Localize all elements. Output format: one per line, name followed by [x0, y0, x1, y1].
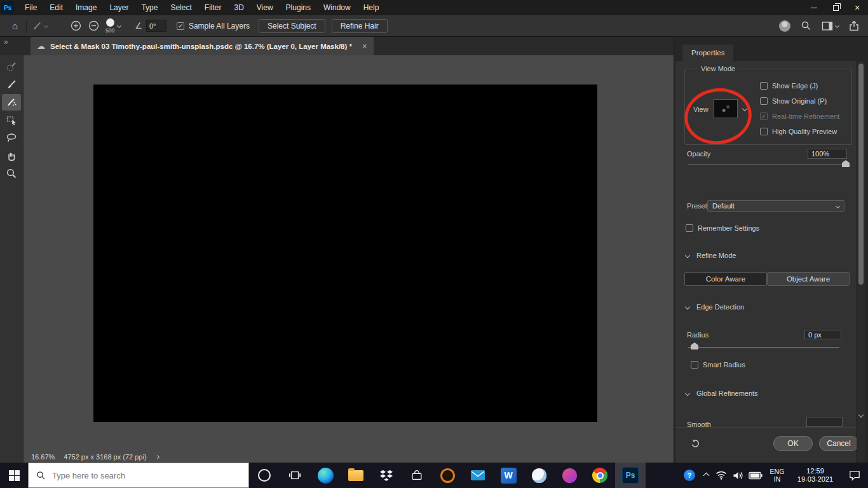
show-original-checkbox-row[interactable]: Show Original (P) [760, 96, 827, 106]
minimize-button[interactable] [803, 0, 825, 15]
restore-button[interactable] [825, 0, 846, 15]
menu-item-select[interactable]: Select [164, 0, 198, 15]
radius-input[interactable]: 0 px [804, 330, 841, 339]
menu-item-image[interactable]: Image [69, 0, 103, 15]
smart-radius-checkbox[interactable] [691, 361, 698, 369]
smart-radius-checkbox-row[interactable]: Smart Radius [691, 360, 745, 370]
tab-close-icon[interactable]: × [362, 41, 367, 51]
preset-dropdown[interactable]: Default [707, 200, 844, 212]
menu-item-window[interactable]: Window [317, 0, 357, 15]
search-icon[interactable] [801, 20, 811, 31]
opacity-input[interactable]: 100% [808, 149, 847, 159]
angle-input[interactable]: 0° [146, 20, 166, 32]
taskbar-edge[interactable] [310, 463, 341, 488]
cancel-button[interactable]: Cancel [819, 436, 858, 451]
home-icon[interactable]: ⌂ [12, 21, 18, 31]
select-subject-button[interactable]: Select Subject [259, 19, 325, 33]
zoom-level[interactable]: 16.67% [31, 453, 55, 461]
taskbar-search[interactable] [28, 463, 249, 488]
high-quality-preview-checkbox-row[interactable]: High Quality Preview [760, 126, 837, 137]
start-button[interactable] [0, 463, 28, 488]
angle-icon: ∠ [135, 21, 142, 30]
menu-item-plugins[interactable]: Plugins [280, 0, 317, 15]
global-refinements-collapse-icon[interactable] [685, 391, 690, 396]
status-expand-icon[interactable] [155, 454, 159, 459]
lasso-tool-button[interactable] [2, 130, 21, 146]
taskbar-task-view[interactable] [280, 463, 310, 488]
tab-overflow-icon[interactable]: » [4, 37, 8, 46]
high-quality-preview-checkbox[interactable] [760, 128, 768, 135]
tray-network[interactable] [713, 471, 729, 480]
tray-show-hidden-icons[interactable] [699, 473, 713, 478]
document-image[interactable] [93, 85, 597, 422]
refine-mode-collapse-icon[interactable] [685, 253, 690, 258]
show-original-checkbox[interactable] [760, 97, 768, 105]
opacity-slider[interactable] [688, 165, 848, 165]
tray-battery[interactable] [746, 471, 765, 480]
menu-item-edit[interactable]: Edit [43, 0, 69, 15]
edge-detection-collapse-icon[interactable] [685, 304, 690, 309]
menu-item-3d[interactable]: 3D [227, 0, 250, 15]
sample-all-layers-checkbox-row[interactable]: ✓ Sample All Layers [177, 22, 250, 30]
remember-settings-checkbox-row[interactable]: Remember Settings [686, 223, 759, 233]
taskbar-search-input[interactable] [52, 471, 236, 480]
smooth-label: Smooth [687, 421, 711, 427]
taskbar-chrome[interactable] [585, 463, 615, 488]
taskbar-light-app[interactable] [524, 463, 554, 488]
close-button[interactable]: × [846, 0, 868, 15]
share-icon[interactable] [849, 20, 859, 31]
dropbox-icon [379, 469, 393, 482]
workspace-switcher[interactable] [822, 21, 839, 31]
ok-button[interactable]: OK [773, 436, 813, 451]
taskbar-orange-app[interactable] [432, 463, 463, 488]
taskbar-store[interactable] [402, 463, 432, 488]
taskbar-cortana[interactable] [249, 463, 280, 488]
opacity-slider-handle[interactable] [842, 160, 850, 167]
taskbar-word[interactable]: W [493, 463, 524, 488]
account-avatar[interactable] [779, 20, 790, 32]
taskbar-file-explorer[interactable] [341, 463, 371, 488]
menu-item-type[interactable]: Type [135, 0, 164, 15]
panel-scrollbar-thumb[interactable] [858, 64, 864, 285]
taskbar-media-app[interactable] [554, 463, 585, 488]
color-aware-button[interactable]: Color Aware [684, 272, 767, 286]
quick-selection-tool-button[interactable] [2, 58, 21, 75]
zoom-tool-button[interactable] [2, 165, 21, 182]
subtract-selection-button[interactable] [88, 20, 99, 31]
tray-volume[interactable] [729, 471, 746, 480]
menu-item-filter[interactable]: Filter [198, 0, 228, 15]
sample-all-layers-checkbox[interactable]: ✓ [177, 22, 184, 30]
menu-item-view[interactable]: View [250, 0, 280, 15]
refine-edge-brush-tool-button[interactable] [2, 94, 21, 111]
radius-slider[interactable] [688, 347, 839, 348]
action-center-button[interactable] [841, 470, 868, 481]
tool-preset-picker[interactable] [32, 21, 48, 31]
taskbar-photoshop[interactable]: Ps [615, 463, 646, 488]
reset-button[interactable] [689, 438, 701, 449]
object-aware-button[interactable]: Object Aware [767, 272, 850, 286]
document-tab[interactable]: ☁ Select & Mask 03 Timothy-paul-smith-un… [31, 37, 374, 55]
hand-tool-button[interactable] [2, 147, 21, 164]
canvas-area[interactable] [24, 55, 674, 451]
clock[interactable]: 12:59 19-03-2021 [789, 467, 841, 484]
add-selection-button[interactable] [71, 20, 81, 31]
remember-settings-checkbox[interactable] [686, 224, 693, 232]
menu-item-help[interactable]: Help [357, 0, 386, 15]
menu-item-file[interactable]: File [18, 0, 43, 15]
taskbar-mail[interactable] [463, 463, 493, 488]
radius-slider-handle[interactable] [691, 342, 698, 349]
object-selection-tool-button[interactable] [2, 112, 21, 128]
tab-properties[interactable]: Properties [682, 44, 733, 61]
menu-item-layer[interactable]: Layer [103, 0, 135, 15]
tray-help[interactable]: ? [680, 470, 699, 481]
panel-scrollbar[interactable] [857, 61, 865, 463]
show-edge-checkbox[interactable] [760, 82, 768, 90]
help-icon: ? [684, 470, 695, 481]
brush-size-picker[interactable]: 500 [105, 18, 121, 34]
language-indicator[interactable]: ENG IN [765, 468, 789, 483]
taskbar-dropbox[interactable] [371, 463, 402, 488]
refine-hair-button[interactable]: Refine Hair [332, 19, 388, 33]
show-edge-checkbox-row[interactable]: Show Edge (J) [760, 81, 818, 91]
brush-tool-button[interactable] [2, 76, 21, 93]
smooth-input[interactable] [806, 417, 843, 427]
